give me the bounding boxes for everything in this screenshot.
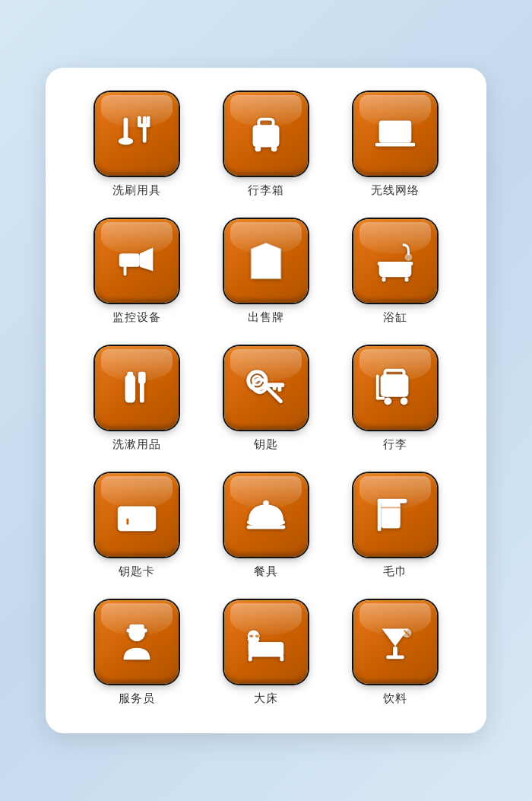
svg-rect-68 [249,655,252,661]
close-sign-icon: CLOSE [242,237,290,284]
icon-grid: 洗刷用具 行李箱 [76,92,456,706]
keycard-icon [113,491,160,539]
svg-rect-52 [247,526,285,529]
svg-rect-66 [255,634,259,637]
bathtub-icon [372,237,419,284]
svg-rect-24 [125,375,136,403]
svg-rect-47 [144,512,152,514]
baggage-button[interactable] [353,346,437,430]
svg-point-8 [255,146,261,152]
forsale-button[interactable]: CLOSE [224,219,308,303]
icon-item-bed: 大床 [205,600,327,706]
bed-button[interactable] [224,600,308,684]
svg-rect-59 [129,625,144,631]
wifi-button[interactable] [353,92,437,176]
svg-rect-53 [378,499,382,532]
svg-rect-65 [249,634,254,637]
svg-rect-0 [124,118,128,140]
key-button[interactable] [224,346,308,430]
bed-label: 大床 [254,691,278,706]
baggage-label: 行李 [383,437,407,452]
icon-card: 洗刷用具 行李箱 [46,68,486,733]
svg-rect-12 [375,143,415,147]
svg-rect-2 [143,116,147,143]
svg-rect-55 [382,502,401,529]
bathtub-label: 浴缸 [383,310,407,325]
svg-rect-16 [124,265,127,276]
keycard-label: 钥匙卡 [119,564,155,579]
svg-rect-23 [405,277,409,281]
icon-item-wash-tools: 洗刷用具 [76,92,198,198]
svg-point-20 [405,253,413,261]
drink-button[interactable] [353,600,437,684]
staff-icon [113,618,160,666]
svg-rect-32 [273,386,277,390]
icon-item-key: 钥匙 [205,346,327,452]
towel-button[interactable] [353,473,437,557]
key-label: 钥匙 [254,437,278,452]
icon-item-luggage: 行李箱 [205,92,327,198]
icon-item-camera: 监控设备 [76,219,198,325]
wash-tools-label: 洗刷用具 [112,183,161,198]
wash-tools-button[interactable] [95,92,179,176]
svg-text:CLOSE: CLOSE [253,256,279,264]
icon-item-staff: 服务员 [76,600,198,706]
svg-point-39 [384,398,391,405]
svg-rect-5 [138,123,150,127]
svg-rect-42 [376,375,379,400]
wifi-label: 无线网络 [371,183,420,198]
svg-rect-46 [126,519,128,525]
svg-rect-48 [144,517,152,520]
svg-point-40 [401,398,408,405]
svg-rect-49 [144,523,149,525]
svg-rect-51 [263,501,269,507]
icon-item-food: 餐具 [205,473,327,579]
icon-item-bathtub: 浴缸 [334,219,456,325]
icon-item-drink: 饮料 [334,600,456,706]
forsale-label: 出售牌 [248,310,284,325]
icon-item-keycard: 钥匙卡 [76,473,198,579]
svg-rect-21 [378,262,413,265]
key-icon [242,364,290,412]
keycard-button[interactable] [95,473,179,557]
food-label: 餐具 [254,564,278,579]
svg-rect-69 [280,655,283,661]
svg-rect-70 [393,647,397,657]
luggage-label: 行李箱 [248,183,284,198]
towel-icon [372,491,419,539]
camera-button[interactable] [95,219,179,303]
luggage-button[interactable] [224,92,308,176]
svg-point-17 [125,256,133,264]
svg-rect-22 [382,277,386,281]
food-icon [242,491,290,539]
toiletries-label: 洗漱用品 [112,437,161,452]
wifi-icon [372,110,419,157]
food-button[interactable] [224,473,308,557]
drink-icon [372,618,419,666]
baggage-icon [372,364,419,412]
svg-rect-71 [386,655,404,659]
toiletries-icon [113,364,160,412]
bed-icon [242,618,290,666]
drink-label: 饮料 [383,691,407,706]
wash-tools-icon [113,110,160,157]
camera-icon [113,237,160,284]
icon-item-baggage: 行李 [334,346,456,452]
svg-rect-25 [127,372,133,377]
icon-item-wifi: 无线网络 [334,92,456,198]
staff-button[interactable] [95,600,179,684]
staff-label: 服务员 [119,691,155,706]
icon-item-towel: 毛巾 [334,473,456,579]
svg-rect-35 [381,375,409,397]
icon-item-toiletries: 洗漱用品 [76,346,198,452]
bathtub-button[interactable] [353,219,437,303]
svg-point-13 [393,136,397,141]
svg-rect-31 [278,386,282,392]
icon-item-forsale: CLOSE 出售牌 [205,219,327,325]
luggage-icon [242,110,290,157]
svg-marker-15 [140,248,153,272]
svg-point-9 [271,146,277,152]
svg-point-1 [119,138,133,145]
camera-label: 监控设备 [112,310,161,325]
toiletries-button[interactable] [95,346,179,430]
